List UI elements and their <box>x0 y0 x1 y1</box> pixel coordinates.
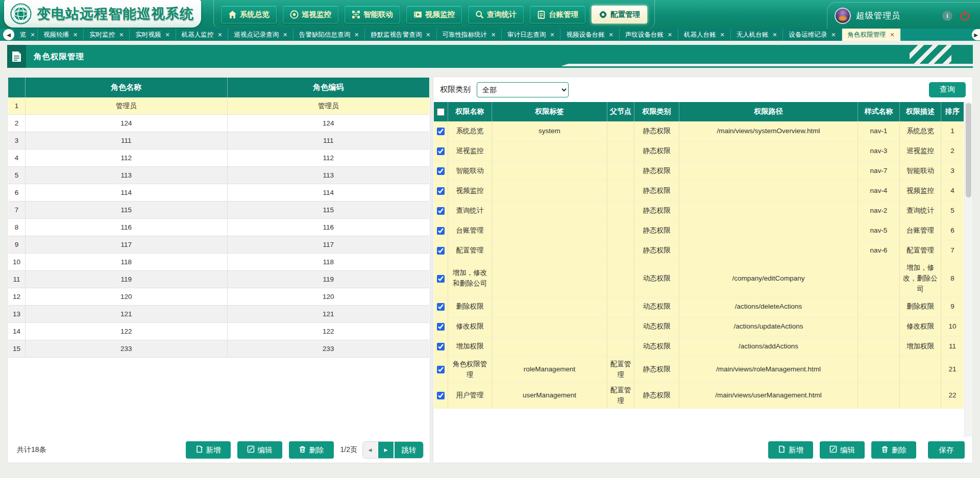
permission-table-row[interactable]: 增加，修改和删除公司 动态权限 /company/editCompany 增加，… <box>434 261 964 297</box>
permission-table-row[interactable]: 角色权限管理 roleManagement 配置管理 静态权限 /main/vi… <box>434 357 964 383</box>
permission-row-checkbox[interactable] <box>437 247 445 255</box>
role-table-row[interactable]: 13 121 121 <box>8 306 429 323</box>
nav-button[interactable]: 智能联动 <box>345 6 400 23</box>
tab[interactable]: 审计日志查询 ✕ <box>502 29 560 41</box>
tab-close-icon[interactable]: ✕ <box>720 32 724 38</box>
info-icon[interactable]: i <box>941 10 953 22</box>
tab-close-icon[interactable]: ✕ <box>491 32 496 38</box>
permission-table-row[interactable]: 系统总览 system 静态权限 /main/views/systemOverv… <box>434 121 964 141</box>
permission-row-checkbox[interactable] <box>437 187 445 195</box>
role-table-row[interactable]: 8 116 116 <box>8 219 429 236</box>
permission-table-row[interactable]: 修改权限 动态权限 /actions/updateActions 修改权限 10 <box>434 317 964 337</box>
permission-table-row[interactable]: 台账管理 静态权限 nav-5 台账管理 6 <box>434 221 964 241</box>
role-table-row[interactable]: 5 113 113 <box>8 167 429 184</box>
permission-table-row[interactable]: 用户管理 userManagement 配置管理 静态权限 /main/view… <box>434 383 964 409</box>
role-table-row[interactable]: 1 管理员 管理员 <box>8 97 429 115</box>
tab[interactable]: 无人机台账 ✕ <box>731 29 783 41</box>
role-table-row[interactable]: 4 112 112 <box>8 149 429 167</box>
permission-table-row[interactable]: 巡视监控 静态权限 nav-3 巡视监控 2 <box>434 141 964 161</box>
tab[interactable]: 声纹设备台账 ✕ <box>620 29 678 41</box>
tab-close-icon[interactable]: ✕ <box>165 32 169 38</box>
search-button[interactable]: 查询 <box>929 82 966 97</box>
tab[interactable]: 静默监视告警查询 ✕ <box>365 29 436 41</box>
tab-close-icon[interactable]: ✕ <box>354 32 359 38</box>
prev-page-button[interactable]: ◀ <box>363 442 378 458</box>
permission-row-checkbox[interactable] <box>437 366 445 373</box>
tabs-scroll-left-button[interactable]: ◀ <box>3 29 14 40</box>
permission-table-row[interactable]: 删除权限 动态权限 /actions/deleteActions 删除权限 9 <box>434 297 964 317</box>
tab-close-icon[interactable]: ✕ <box>608 32 613 38</box>
role-table-row[interactable]: 3 111 111 <box>8 132 429 149</box>
tab-close-icon[interactable]: ✕ <box>831 32 836 38</box>
permission-table-row[interactable]: 视频监控 静态权限 nav-4 视频监控 4 <box>434 181 964 201</box>
tab-close-icon[interactable]: ✕ <box>31 32 35 38</box>
role-add-button[interactable]: 新增 <box>186 441 231 459</box>
role-table-row[interactable]: 9 117 117 <box>8 236 429 254</box>
scrollbar-thumb[interactable] <box>966 103 971 197</box>
vertical-scrollbar[interactable] <box>964 102 972 437</box>
tabs-scroll-right-button[interactable]: ▶ <box>972 29 980 40</box>
permission-add-button[interactable]: 新增 <box>768 441 813 459</box>
tab[interactable]: 览 ✕ <box>14 29 38 41</box>
tab[interactable]: 角色权限管理 ✕ <box>842 29 901 41</box>
role-table-row[interactable]: 15 233 233 <box>8 340 429 358</box>
nav-button[interactable]: 巡视监控 <box>283 6 338 23</box>
permission-row-checkbox[interactable] <box>437 207 445 215</box>
tab-close-icon[interactable]: ✕ <box>426 32 430 38</box>
tab[interactable]: 告警缺陷信息查询 ✕ <box>293 29 365 41</box>
role-delete-button[interactable]: 删除 <box>289 441 334 459</box>
nav-button[interactable]: 查询统计 <box>468 6 524 23</box>
select-all-checkbox[interactable] <box>437 108 445 116</box>
permission-table-row[interactable]: 配置管理 静态权限 nav-6 配置管理 7 <box>434 241 964 261</box>
permission-save-button[interactable]: 保存 <box>928 441 965 459</box>
role-table-row[interactable]: 7 115 115 <box>8 202 429 219</box>
permission-type-select[interactable]: 全部 <box>477 82 569 97</box>
permission-row-checkbox[interactable] <box>437 227 445 235</box>
tab[interactable]: 视频轮播 ✕ <box>38 29 84 41</box>
role-table-row[interactable]: 10 118 118 <box>8 254 429 271</box>
tab[interactable]: 巡视点记录查询 ✕ <box>228 29 293 41</box>
permission-row-checkbox[interactable] <box>437 128 445 135</box>
tab-close-icon[interactable]: ✕ <box>772 32 777 38</box>
permission-table-row[interactable]: 智能联动 静态权限 nav-7 智能联动 3 <box>434 161 964 181</box>
tab-close-icon[interactable]: ✕ <box>217 32 222 38</box>
nav-button[interactable]: 台账管理 <box>530 6 585 23</box>
next-page-button[interactable]: ▶ <box>378 442 395 458</box>
permission-row-checkbox[interactable] <box>437 343 445 350</box>
tab-close-icon[interactable]: ✕ <box>119 32 124 38</box>
nav-button[interactable]: 系统总览 <box>221 6 277 23</box>
role-edit-button[interactable]: 编辑 <box>237 441 282 459</box>
nav-button[interactable]: 配置管理 <box>592 6 647 23</box>
role-table-row[interactable]: 6 114 114 <box>8 184 429 202</box>
user-avatar[interactable] <box>835 8 851 24</box>
permission-row-checkbox[interactable] <box>437 147 445 155</box>
role-table-row[interactable]: 2 124 124 <box>8 115 429 132</box>
role-table-row[interactable]: 12 120 120 <box>8 288 429 306</box>
role-table-row[interactable]: 14 122 122 <box>8 323 429 340</box>
permission-row-checkbox[interactable] <box>437 303 445 311</box>
tab[interactable]: 视频设备台账 ✕ <box>560 29 619 41</box>
permission-row-checkbox[interactable] <box>437 167 445 175</box>
tab[interactable]: 机器人监控 ✕ <box>176 29 229 41</box>
tab-close-icon[interactable]: ✕ <box>73 32 78 38</box>
tab-close-icon[interactable]: ✕ <box>283 32 287 38</box>
permission-row-checkbox[interactable] <box>437 275 445 283</box>
permission-table-row[interactable]: 查询统计 静态权限 nav-2 查询统计 5 <box>434 201 964 221</box>
permission-delete-button[interactable]: 删除 <box>871 441 916 459</box>
tab[interactable]: 实时监控 ✕ <box>84 29 130 41</box>
tab-close-icon[interactable]: ✕ <box>890 32 895 38</box>
jump-page-button[interactable]: 跳转 <box>395 442 423 458</box>
tab-close-icon[interactable]: ✕ <box>668 32 672 38</box>
permission-row-checkbox[interactable] <box>437 323 445 331</box>
permission-row-checkbox[interactable] <box>437 392 445 399</box>
permission-table-row[interactable]: 增加权限 动态权限 /actions/addActions 增加权限 11 <box>434 337 964 357</box>
tab[interactable]: 可靠性指标统计 ✕ <box>437 29 502 41</box>
tab[interactable]: 实时视频 ✕ <box>130 29 176 41</box>
permission-edit-button[interactable]: 编辑 <box>820 441 865 459</box>
tab[interactable]: 机器人台账 ✕ <box>678 29 731 41</box>
nav-button[interactable]: 视频监控 <box>406 6 462 23</box>
role-table-row[interactable]: 11 119 119 <box>8 271 429 288</box>
tab-close-icon[interactable]: ✕ <box>550 32 554 38</box>
power-icon[interactable] <box>959 10 971 22</box>
tab[interactable]: 设备运维记录 ✕ <box>783 29 842 41</box>
